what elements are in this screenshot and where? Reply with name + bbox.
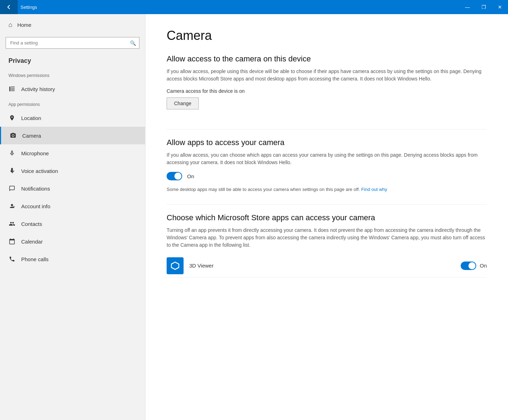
sidebar-notifications-label: Notifications — [21, 186, 50, 192]
sidebar: ⌂ Home 🔍 Privacy Windows permissions Act… — [0, 14, 145, 420]
titlebar-left: Settings — [0, 0, 37, 14]
back-button[interactable] — [0, 0, 18, 14]
apps-toggle-row: On — [167, 172, 487, 180]
sidebar-item-calendar[interactable]: Calendar — [0, 233, 145, 250]
svg-rect-3 — [11, 86, 15, 87]
content-area: Camera Allow access to the camera on thi… — [145, 14, 508, 420]
app-icon-3d-viewer — [167, 257, 184, 274]
apps-note-text: Some desktop apps may still be able to a… — [167, 186, 487, 193]
sidebar-camera-label: Camera — [22, 133, 41, 139]
privacy-label: Privacy — [0, 54, 145, 69]
divider-2 — [167, 204, 487, 205]
sidebar-item-phone-calls[interactable]: Phone calls — [0, 250, 145, 268]
sidebar-calendar-label: Calendar — [21, 239, 43, 245]
microphone-icon — [8, 150, 16, 156]
sidebar-voice-activation-label: Voice activation — [21, 168, 58, 174]
sidebar-phone-calls-label: Phone calls — [21, 256, 49, 262]
sidebar-item-microphone[interactable]: Microphone — [0, 144, 145, 162]
activity-history-label: Activity history — [21, 86, 55, 92]
choose-apps-description: Turning off an app prevents it from dire… — [167, 227, 487, 249]
toggle-knob — [174, 173, 181, 180]
svg-rect-4 — [11, 91, 15, 91]
sidebar-item-activity-history[interactable]: Activity history — [0, 80, 145, 98]
divider-1 — [167, 129, 487, 130]
close-button[interactable]: ✕ — [492, 0, 508, 14]
sidebar-item-notifications[interactable]: Notifications — [0, 180, 145, 197]
home-icon: ⌂ — [8, 21, 12, 29]
sidebar-home-label: Home — [17, 22, 31, 28]
sidebar-location-label: Location — [21, 115, 41, 121]
activity-history-icon — [8, 86, 16, 92]
sidebar-item-contacts[interactable]: Contacts — [0, 215, 145, 233]
main-layout: ⌂ Home 🔍 Privacy Windows permissions Act… — [0, 14, 508, 420]
sidebar-microphone-label: Microphone — [21, 150, 49, 156]
note-text-content: Some desktop apps may still be able to a… — [167, 187, 360, 192]
choose-apps-heading: Choose which Microsoft Store apps can ac… — [167, 213, 487, 222]
location-icon — [8, 115, 16, 121]
camera-status-text: Camera access for this device is on — [167, 88, 487, 94]
search-icon: 🔍 — [130, 40, 136, 46]
allow-device-heading: Allow access to the camera on this devic… — [167, 54, 487, 64]
calendar-icon — [8, 238, 16, 245]
allow-device-description: If you allow access, people using this d… — [167, 68, 487, 83]
sidebar-item-voice-activation[interactable]: Voice activation — [0, 162, 145, 180]
sidebar-account-info-label: Account info — [21, 203, 50, 209]
account-info-icon — [8, 203, 16, 209]
3d-viewer-toggle[interactable] — [461, 262, 476, 270]
sidebar-contacts-label: Contacts — [21, 221, 42, 227]
find-out-why-link[interactable]: Find out why — [361, 187, 387, 192]
app-name-3d-viewer: 3D Viewer — [189, 263, 455, 269]
app-toggle-area-3d-viewer: On — [461, 262, 487, 270]
titlebar: Settings — ❐ ✕ — [0, 0, 508, 14]
camera-icon — [10, 132, 17, 139]
apps-access-toggle[interactable] — [167, 172, 182, 180]
sidebar-search: 🔍 — [6, 37, 139, 49]
allow-apps-heading: Allow apps to access your camera — [167, 138, 487, 147]
app-row-3d-viewer: 3D Viewer On — [167, 254, 487, 277]
svg-rect-1 — [11, 88, 15, 89]
3d-viewer-toggle-label: On — [480, 263, 487, 269]
contacts-icon — [8, 221, 16, 227]
sidebar-item-camera[interactable]: Camera — [0, 127, 145, 144]
svg-rect-6 — [13, 207, 15, 207]
change-button[interactable]: Change — [167, 97, 199, 109]
3d-viewer-toggle-knob — [468, 262, 476, 269]
search-input[interactable] — [6, 37, 139, 49]
maximize-button[interactable]: ❐ — [476, 0, 492, 14]
windows-permissions-label: Windows permissions — [0, 69, 145, 80]
allow-apps-description: If you allow access, you can choose whic… — [167, 151, 487, 166]
phone-icon — [8, 256, 16, 262]
sidebar-item-home[interactable]: ⌂ Home — [0, 14, 145, 36]
app-permissions-label: App permissions — [0, 98, 145, 109]
titlebar-title: Settings — [18, 5, 37, 10]
sidebar-item-account-info[interactable]: Account info — [0, 197, 145, 215]
apps-toggle-label: On — [187, 173, 194, 179]
svg-rect-2 — [11, 89, 15, 90]
svg-rect-5 — [13, 206, 15, 206]
minimize-button[interactable]: — — [459, 0, 476, 14]
sidebar-item-location[interactable]: Location — [0, 109, 145, 127]
notifications-icon — [8, 185, 16, 192]
titlebar-controls: — ❐ ✕ — [459, 0, 508, 14]
page-title: Camera — [167, 28, 487, 43]
voice-activation-icon — [8, 168, 16, 174]
svg-rect-0 — [10, 86, 11, 91]
